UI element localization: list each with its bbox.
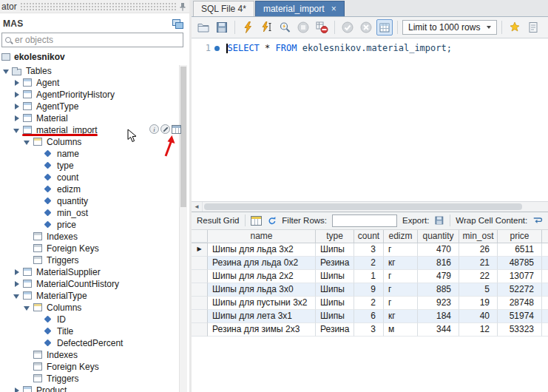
grid-cell[interactable]: Резина для льда 0x2 xyxy=(208,257,316,270)
grid-cell[interactable]: 13077 xyxy=(498,270,542,283)
tree-item-agenttype[interactable]: AgentType xyxy=(0,101,178,112)
column-header-name[interactable]: name xyxy=(208,230,316,243)
panel-grip[interactable] xyxy=(20,2,176,11)
grid-cell[interactable]: г xyxy=(384,297,418,310)
collapse-icon[interactable] xyxy=(24,304,31,311)
grid-cell[interactable]: 48785 xyxy=(498,257,542,270)
wrap-cell-content-icon[interactable] xyxy=(532,215,543,226)
table-row[interactable]: Шипы для лета 3x1Шипы6кг1844051974 xyxy=(192,310,548,323)
column-header-edizm[interactable]: edizm xyxy=(384,230,418,243)
tab-sql-file-4[interactable]: SQL File 4* xyxy=(193,1,254,16)
grid-cell[interactable]: Шипы xyxy=(316,297,354,310)
row-selector[interactable] xyxy=(192,283,208,297)
grid-cell[interactable]: 28748 xyxy=(498,297,542,310)
pin-icon[interactable] xyxy=(179,2,186,11)
table-row[interactable]: ▶Шипы для льда 3x2Шипы3г470266511 xyxy=(192,243,548,257)
grid-cell[interactable]: 12 xyxy=(459,323,498,337)
grid-cell[interactable]: Шипы xyxy=(316,283,354,297)
grid-cell[interactable]: кг xyxy=(384,310,418,323)
expand-icon[interactable] xyxy=(13,387,21,392)
tree-item-count[interactable]: count xyxy=(0,172,178,183)
grid-cell[interactable]: Шипы для льда 3x0 xyxy=(208,283,316,297)
expand-icon[interactable] xyxy=(13,91,21,98)
scroll-left-icon[interactable]: ◄ xyxy=(192,202,203,212)
grid-cell[interactable]: 9 xyxy=(354,283,384,297)
tree-item-columns[interactable]: Columns xyxy=(0,136,178,148)
collapse-icon[interactable] xyxy=(13,292,21,300)
tree-item-min-ost[interactable]: min_ost xyxy=(0,207,178,219)
export-icon[interactable] xyxy=(434,214,444,226)
tree-item-triggers[interactable]: Triggers xyxy=(0,254,178,266)
expand-icon[interactable] xyxy=(13,268,21,276)
tree-item-edizm[interactable]: edizm xyxy=(0,183,178,195)
limit-rows-dropdown[interactable]: Limit to 1000 rows xyxy=(402,20,497,35)
edit-table-icon[interactable] xyxy=(160,124,170,134)
grid-cell[interactable]: Шипы xyxy=(316,243,354,257)
grid-cell[interactable]: г xyxy=(384,243,418,257)
tree-item-agentpriorityhistory[interactable]: AgentPriorityHistory xyxy=(0,89,178,101)
grid-cell[interactable]: 26 xyxy=(459,243,498,257)
tree-item-agent[interactable]: Agent xyxy=(0,77,178,89)
row-selector[interactable] xyxy=(192,270,208,283)
table-row[interactable]: Резина для зимы 2x3Резина3м3441253323 xyxy=(192,323,548,337)
tree-item-material[interactable]: Material xyxy=(0,112,178,124)
tree-item-quantity[interactable]: quantity xyxy=(0,195,178,207)
tree-item-price[interactable]: price xyxy=(0,219,178,231)
grid-cell[interactable]: 184 xyxy=(418,310,459,323)
tree-item-name[interactable]: name xyxy=(0,148,178,160)
grid-cell[interactable]: Резина xyxy=(316,257,354,270)
select-rows-icon[interactable] xyxy=(172,125,181,134)
sidebar-scrollbar[interactable] xyxy=(179,65,187,392)
open-script-button[interactable] xyxy=(195,19,212,36)
grid-cell[interactable]: 2 xyxy=(354,257,384,270)
grid-cell[interactable]: 6511 xyxy=(498,243,542,257)
table-row[interactable]: Шипы для льда 2x2Шипы1г4792213077 xyxy=(192,270,548,283)
rollback-button[interactable] xyxy=(358,19,374,36)
save-script-button[interactable] xyxy=(214,19,230,36)
column-header-type[interactable]: type xyxy=(316,230,354,243)
grid-cell[interactable]: 470 xyxy=(418,243,459,257)
tree-item-columns[interactable]: Columns xyxy=(0,302,178,314)
tree-item-triggers[interactable]: Triggers xyxy=(0,373,178,385)
grid-cell[interactable]: 6 xyxy=(354,310,384,323)
tree-item-title[interactable]: Title xyxy=(0,325,178,337)
sidebar-scrollbar-thumb[interactable] xyxy=(180,67,186,207)
beautify-script-button[interactable] xyxy=(507,19,523,36)
tree-item-product[interactable]: Product xyxy=(0,385,178,392)
grid-cell[interactable]: кг xyxy=(384,257,418,270)
grid-cell[interactable]: Шипы для пустыни 3x2 xyxy=(208,297,316,310)
table-row[interactable]: Шипы для льда 3x0Шипы9г885552272 xyxy=(192,283,548,297)
column-header-count[interactable]: count xyxy=(354,230,384,243)
sql-statement[interactable]: SELECT * FROM ekolesnikov.material_impor… xyxy=(220,38,452,201)
grid-cell[interactable]: 2 xyxy=(354,297,384,310)
row-selector[interactable]: ▶ xyxy=(192,243,208,257)
grid-cell[interactable]: м xyxy=(384,323,418,337)
refresh-icon[interactable] xyxy=(267,215,277,226)
grid-cell[interactable]: 51974 xyxy=(498,310,542,323)
result-grid-icon[interactable] xyxy=(251,216,262,226)
grid-cell[interactable]: Шипы для льда 3x2 xyxy=(208,243,316,257)
find-panel-button[interactable] xyxy=(525,19,541,36)
grid-cell[interactable]: 816 xyxy=(418,257,459,270)
tree-item-type[interactable]: type xyxy=(0,160,178,172)
scrollbar-thumb[interactable] xyxy=(204,203,522,210)
collapse-icon[interactable] xyxy=(13,126,21,134)
row-selector[interactable] xyxy=(192,297,208,310)
tree-item-foreign-keys[interactable]: Foreign Keys xyxy=(0,361,178,373)
tree-item-tables[interactable]: Tables xyxy=(0,65,178,77)
collapse-icon[interactable] xyxy=(3,67,10,75)
tree-item-foreign-keys[interactable]: Foreign Keys xyxy=(0,243,178,254)
schema-inspector-icon[interactable] xyxy=(172,19,182,27)
grid-cell[interactable]: Шипы xyxy=(316,270,354,283)
tree-item-materialsupplier[interactable]: MaterialSupplier xyxy=(0,266,178,278)
grid-cell[interactable]: 5 xyxy=(459,283,498,297)
expand-icon[interactable] xyxy=(13,103,21,110)
autocommit-toggle[interactable] xyxy=(376,19,393,36)
tree-item-id[interactable]: ID xyxy=(0,314,178,325)
grid-cell[interactable]: г xyxy=(384,283,418,297)
row-selector[interactable] xyxy=(192,257,208,270)
table-row[interactable]: Резина для льда 0x2Резина2кг8162148785 xyxy=(192,257,548,270)
grid-cell[interactable]: 52272 xyxy=(498,283,542,297)
schema-node-ekolesnikov[interactable]: ekolesnikov xyxy=(0,50,189,64)
grid-cell[interactable]: Шипы для лета 3x1 xyxy=(208,310,316,323)
